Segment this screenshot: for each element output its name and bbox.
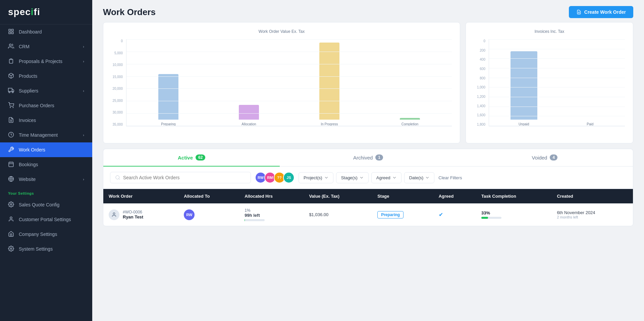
avatar-js[interactable]: JS bbox=[283, 172, 294, 183]
chart1-bar-preparing: Preparing bbox=[133, 39, 204, 126]
created-relative: 2 months left bbox=[557, 215, 628, 219]
chart2-bars: Unpaid Paid bbox=[489, 39, 625, 126]
search-input[interactable] bbox=[123, 175, 246, 180]
settings-item-system-settings[interactable]: System Settings bbox=[0, 242, 92, 256]
create-work-order-button[interactable]: Create Work Order bbox=[569, 6, 633, 18]
chevron-icon: › bbox=[83, 177, 84, 181]
agreed-cell: ✔ bbox=[433, 203, 476, 226]
svg-point-23 bbox=[10, 248, 12, 250]
clear-filters-button[interactable]: Clear Filters bbox=[438, 175, 462, 180]
col-header-allocated-to: Allocated To bbox=[178, 189, 239, 203]
bar-allocation bbox=[239, 105, 259, 120]
chevron-icon: › bbox=[83, 59, 84, 63]
chart1-bar-completion: Completion bbox=[375, 39, 445, 126]
sidebar-item-website[interactable]: Website › bbox=[0, 172, 92, 187]
task-completion-pct: 33% bbox=[481, 210, 546, 215]
filter-agreed-button[interactable]: Agreed bbox=[371, 172, 401, 183]
nav-label-products: Products bbox=[19, 73, 37, 79]
sidebar-item-crm[interactable]: CRM › bbox=[0, 39, 92, 54]
page-header: Work Orders Create Work Order bbox=[92, 0, 644, 22]
tab-voided[interactable]: Voided 4 bbox=[457, 149, 633, 167]
table-row[interactable]: #WO-0006 Ryan Test RW 1% 99h left $1,036… bbox=[103, 203, 633, 226]
svg-point-25 bbox=[113, 213, 115, 214]
svg-rect-3 bbox=[9, 32, 10, 34]
filter-dates-button[interactable]: Date(s) bbox=[404, 172, 435, 183]
svg-point-11 bbox=[13, 107, 13, 108]
users-icon bbox=[8, 43, 15, 50]
sidebar-item-proposals[interactable]: Proposals & Projects › bbox=[0, 54, 92, 69]
bar-label-allocation: Allocation bbox=[241, 122, 256, 126]
stage-badge: Preparing bbox=[377, 211, 404, 218]
created-cell: 6th November 2024 2 months left bbox=[551, 203, 633, 226]
chart1-bars: Preparing Allocation In Progress Complet… bbox=[126, 39, 452, 126]
sidebar-item-suppliers[interactable]: Suppliers › bbox=[0, 83, 92, 98]
bar-completion bbox=[400, 118, 420, 120]
allocated-hrs-left: 99h left bbox=[245, 213, 298, 218]
wo-cell: #WO-0006 Ryan Test bbox=[103, 203, 178, 226]
wo-avatar-placeholder bbox=[109, 209, 119, 220]
filter-projects-button[interactable]: Project(s) bbox=[299, 172, 333, 183]
nav-label-work-orders: Work Orders bbox=[19, 147, 45, 152]
tab-label-active: Active bbox=[178, 155, 193, 160]
cart-icon bbox=[8, 102, 15, 109]
calendar-icon bbox=[8, 161, 15, 168]
allocated-avatar: RW bbox=[184, 209, 195, 220]
tab-count-archived: 1 bbox=[375, 154, 383, 160]
chart1-y-label: 0 bbox=[111, 39, 123, 43]
chevron-down-icon bbox=[360, 176, 364, 180]
nav-label-dashboard: Dashboard bbox=[19, 29, 42, 35]
settings-item-sales-quote-config[interactable]: Sales Quote Config bbox=[0, 197, 92, 212]
avatar-stack: RWRM??JS bbox=[255, 172, 294, 183]
nav-label-time-management: Time Management bbox=[19, 132, 58, 138]
page-title: Work Orders bbox=[103, 7, 156, 17]
tab-archived[interactable]: Archived 1 bbox=[280, 149, 456, 167]
task-progress-bar bbox=[481, 217, 501, 219]
svg-rect-0 bbox=[9, 29, 10, 31]
sidebar-item-work-orders[interactable]: Work Orders bbox=[0, 142, 92, 157]
settings-item-company-settings[interactable]: Company Settings bbox=[0, 227, 92, 242]
sidebar-item-products[interactable]: Products bbox=[0, 69, 92, 83]
chart1-y-label: 25,000 bbox=[111, 99, 123, 103]
sidebar-item-time-management[interactable]: Time Management › bbox=[0, 128, 92, 142]
document-icon bbox=[576, 9, 582, 15]
box-icon bbox=[8, 73, 15, 79]
chart2-y-label: 1,800 bbox=[474, 123, 485, 126]
file-icon bbox=[8, 117, 15, 124]
svg-point-4 bbox=[9, 44, 11, 46]
chevron-down-icon bbox=[324, 176, 328, 180]
chart1-bar-allocation: Allocation bbox=[214, 39, 284, 126]
allocated-hrs-cell: 1% 99h left bbox=[239, 203, 304, 226]
bar-label-completion: Completion bbox=[401, 122, 419, 126]
chevron-down-icon bbox=[425, 176, 429, 180]
col-header-allocated-hrs: Allocated Hrs bbox=[239, 189, 304, 203]
agreed-check: ✔ bbox=[439, 212, 443, 217]
sidebar: specifi Dashboard CRM › Proposals & Proj… bbox=[0, 0, 92, 321]
chart1-bar-in progress: In Progress bbox=[294, 39, 365, 126]
clock-icon bbox=[8, 132, 15, 138]
nav-label-suppliers: Suppliers bbox=[19, 88, 38, 93]
sidebar-item-purchase-orders[interactable]: Purchase Orders bbox=[0, 98, 92, 113]
nav-label-proposals: Proposals & Projects bbox=[19, 59, 62, 64]
tab-active[interactable]: Active 62 bbox=[103, 149, 280, 167]
allocated-pct: 1% bbox=[245, 208, 298, 213]
search-icon bbox=[115, 175, 120, 180]
chart1-y-label: 35,000 bbox=[111, 123, 123, 126]
stage-cell: Preparing bbox=[372, 203, 433, 226]
chart2-bar-paid: Paid bbox=[562, 39, 619, 126]
user-cog-icon bbox=[8, 216, 15, 223]
bar-unpaid bbox=[511, 51, 537, 120]
allocated-to-cell: RW bbox=[178, 203, 239, 226]
nav-label-purchase-orders: Purchase Orders bbox=[19, 103, 54, 108]
settings-item-customer-portal-settings[interactable]: Customer Portal Settings bbox=[0, 212, 92, 227]
filter-row: RWRM??JS Project(s) Stage(s) Agreed Date… bbox=[103, 167, 633, 189]
charts-row: Work Order Value Ex. Tax 35,00030,00025,… bbox=[92, 22, 644, 149]
chart1-y-label: 20,000 bbox=[111, 87, 123, 90]
sidebar-item-dashboard[interactable]: Dashboard bbox=[0, 24, 92, 39]
svg-rect-2 bbox=[12, 32, 13, 34]
wo-value: $1,036.00 bbox=[309, 212, 328, 217]
sidebar-item-bookings[interactable]: Bookings bbox=[0, 157, 92, 172]
sidebar-item-invoices[interactable]: Invoices bbox=[0, 113, 92, 128]
tab-count-voided: 4 bbox=[550, 154, 557, 160]
filter-stages-button[interactable]: Stage(s) bbox=[336, 172, 369, 183]
tab-label-voided: Voided bbox=[532, 155, 547, 160]
